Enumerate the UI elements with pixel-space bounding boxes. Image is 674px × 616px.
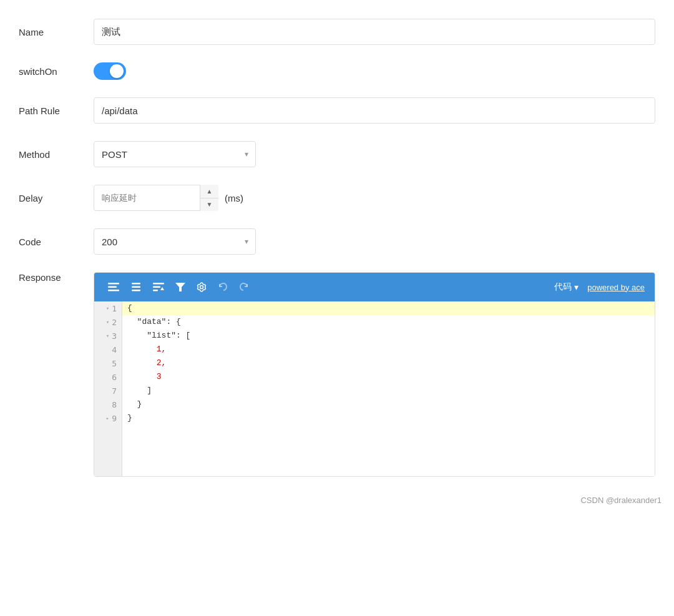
- code-line-4: 1,: [122, 343, 655, 356]
- delay-unit: (ms): [225, 193, 243, 203]
- editor-body[interactable]: ▾ 1 ▾ 2 ▾ 3 4: [94, 301, 655, 476]
- line-num-1: ▾ 1: [94, 301, 122, 315]
- delay-label: Delay: [19, 193, 94, 203]
- toggle-track-wrapper[interactable]: [94, 62, 126, 80]
- method-select-wrapper: GET POST PUT DELETE PATCH ▾: [94, 141, 256, 167]
- toolbar-sort-btn[interactable]: [149, 280, 168, 294]
- code-row: Code 200 201 400 401 403 404 500 ▾: [19, 228, 655, 255]
- method-row: Method GET POST PUT DELETE PATCH ▾: [19, 141, 655, 167]
- line-num-3: ▾ 3: [94, 329, 122, 343]
- editor-toolbar: 代码 ▾ powered by ace: [94, 273, 655, 301]
- name-row: Name: [19, 19, 655, 45]
- switch-toggle[interactable]: [94, 62, 126, 80]
- svg-rect-7: [153, 286, 160, 288]
- code-label: Code: [19, 237, 94, 247]
- svg-rect-2: [108, 290, 119, 291]
- line-num-6: 6: [94, 370, 122, 384]
- footer-attribution: CSDN @dralexander1: [0, 489, 674, 511]
- code-line-2: "data": {: [122, 315, 655, 329]
- delay-row: Delay ▲ ▼ (ms): [19, 185, 655, 211]
- line-num-7: 7: [94, 384, 122, 398]
- svg-marker-10: [175, 283, 185, 291]
- powered-by-link[interactable]: powered by ace: [587, 283, 645, 292]
- arrow-1: ▾: [106, 305, 109, 311]
- name-input[interactable]: [94, 19, 655, 45]
- code-select[interactable]: 200 201 400 401 403 404 500: [94, 228, 256, 255]
- toolbar-redo-btn[interactable]: [235, 280, 253, 295]
- line-num-2: ▾ 2: [94, 315, 122, 329]
- toolbar-code-btn[interactable]: 代码 ▾: [549, 279, 584, 295]
- toolbar-align-btn[interactable]: [127, 280, 145, 294]
- code-line-7: ]: [122, 384, 655, 398]
- code-content[interactable]: { "data": { "list": [ 1, 2, 3 ] } }: [122, 301, 655, 476]
- attribution-text: CSDN @dralexander1: [580, 496, 662, 505]
- path-rule-row: Path Rule: [19, 97, 655, 124]
- svg-marker-9: [160, 287, 164, 290]
- code-line-1: {: [122, 301, 655, 315]
- switch-label: switchOn: [19, 66, 94, 77]
- delay-decrement-btn[interactable]: ▼: [200, 198, 218, 212]
- path-rule-input[interactable]: [94, 97, 655, 124]
- code-btn-arrow: ▾: [574, 282, 579, 292]
- editor-container: 代码 ▾ powered by ace ▾ 1 ▾ 2: [94, 272, 655, 477]
- toolbar-format-btn[interactable]: [104, 280, 123, 294]
- svg-rect-0: [108, 283, 119, 285]
- line-num-8: 8: [94, 398, 122, 411]
- svg-rect-4: [132, 286, 140, 288]
- line-num-9: ▸ 9: [94, 411, 122, 425]
- delay-increment-btn[interactable]: ▲: [200, 185, 218, 198]
- delay-input-wrapper: ▲ ▼: [94, 185, 218, 211]
- switch-row: switchOn: [19, 62, 655, 80]
- svg-rect-8: [153, 290, 158, 291]
- code-select-wrapper: 200 201 400 401 403 404 500 ▾: [94, 228, 256, 255]
- svg-rect-1: [108, 286, 117, 288]
- code-line-6: 3: [122, 370, 655, 384]
- svg-rect-6: [153, 283, 164, 285]
- line-num-5: 5: [94, 356, 122, 370]
- code-line-3: "list": [: [122, 329, 655, 343]
- code-line-8: }: [122, 398, 655, 411]
- code-line-9: }: [122, 411, 655, 425]
- line-num-4: 4: [94, 343, 122, 356]
- toolbar-filter-btn[interactable]: [172, 280, 189, 294]
- arrow-3: ▾: [106, 333, 109, 339]
- line-numbers: ▾ 1 ▾ 2 ▾ 3 4: [94, 301, 122, 476]
- toggle-thumb: [110, 64, 124, 78]
- arrow-9: ▸: [106, 415, 109, 421]
- name-label: Name: [19, 27, 94, 37]
- svg-rect-5: [132, 290, 140, 291]
- svg-point-11: [200, 286, 203, 289]
- method-select[interactable]: GET POST PUT DELETE PATCH: [94, 141, 256, 167]
- response-label: Response: [19, 272, 94, 283]
- response-row: Response: [19, 272, 655, 477]
- code-line-5: 2,: [122, 356, 655, 370]
- toolbar-settings-btn[interactable]: [193, 280, 210, 295]
- toolbar-undo-btn[interactable]: [214, 280, 232, 295]
- path-rule-label: Path Rule: [19, 105, 94, 116]
- svg-rect-3: [132, 283, 140, 285]
- method-label: Method: [19, 149, 94, 160]
- delay-input-group: ▲ ▼ (ms): [94, 185, 243, 211]
- delay-spinners: ▲ ▼: [200, 185, 218, 211]
- code-btn-label: 代码: [554, 281, 572, 293]
- arrow-2: ▾: [106, 319, 109, 325]
